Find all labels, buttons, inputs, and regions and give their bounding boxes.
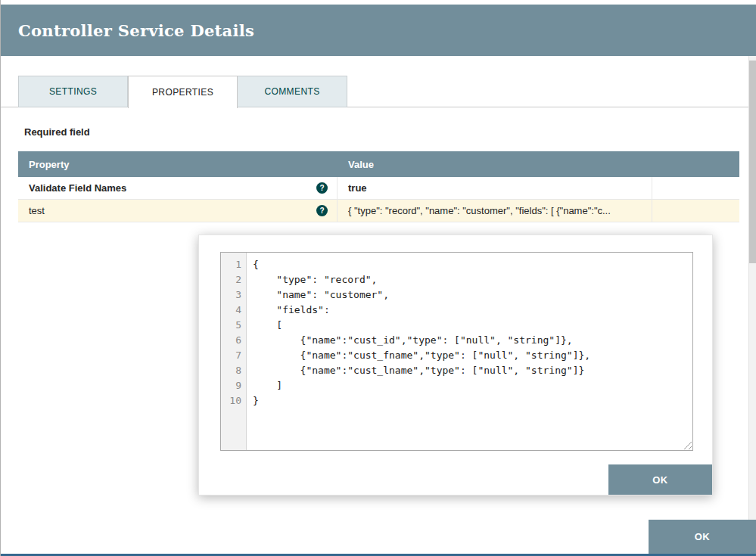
properties-table-body: Validate Field Names?truetest?{ "type": … [18,177,739,222]
dialog-title: Controller Service Details [18,21,254,40]
properties-table: Property Value Validate Field Names?true… [18,151,739,222]
tab-settings[interactable]: SETTINGS [18,76,128,107]
row-spacer [652,200,739,222]
code-line: {"name":"cust_lname","type": ["null", "s… [253,363,692,378]
scrollbar-thumb[interactable] [749,61,756,263]
tab-bar: SETTINGSPROPERTIESCOMMENTS [18,76,347,108]
code-line: {"name":"cust_id","type": ["null", "stri… [253,333,692,348]
line-number: 1 [221,257,246,272]
line-number: 9 [221,378,246,393]
column-header-property: Property [18,159,338,170]
line-number: 8 [221,363,246,378]
row-spacer [652,177,739,199]
table-header-row: Property Value [18,151,739,177]
editor-code[interactable]: { "type": "record", "name": "customer", … [247,253,692,450]
code-line: "name": "customer", [253,287,692,303]
value-editor-popup: 12345678910 { "type": "record", "name": … [198,235,713,495]
window-left-border [0,0,1,556]
vertical-scrollbar[interactable] [748,56,756,554]
tab-properties[interactable]: PROPERTIES [128,76,238,108]
required-field-label: Required field [24,126,90,138]
line-number: 10 [221,393,246,408]
dialog-ok-button[interactable]: OK [649,520,756,554]
property-row[interactable]: Validate Field Names?true [18,177,739,200]
code-line: "type": "record", [253,272,692,287]
code-line: [ [253,318,692,333]
help-icon[interactable]: ? [316,205,328,216]
column-header-value: Value [338,159,652,170]
line-number: 2 [221,272,246,287]
line-number: 4 [221,303,246,318]
line-number: 5 [221,318,246,333]
value-editor[interactable]: 12345678910 { "type": "record", "name": … [220,252,693,451]
tab-comments[interactable]: COMMENTS [238,76,347,107]
property-name-cell: test? [18,200,338,222]
property-name: Validate Field Names [29,182,126,194]
line-number: 6 [221,333,246,348]
dialog-header: Controller Service Details [0,5,756,56]
property-name-cell: Validate Field Names? [18,177,338,199]
help-icon[interactable]: ? [316,182,328,194]
property-row[interactable]: test?{ "type": "record", "name": "custom… [18,200,739,222]
code-line: } [253,393,692,408]
code-line: {"name":"cust_fname","type": ["null", "s… [253,348,692,363]
code-line: { [253,257,692,272]
property-value-cell[interactable]: true [338,177,652,199]
line-number: 3 [221,287,246,303]
editor-ok-button[interactable]: OK [608,464,712,495]
property-value-cell[interactable]: { "type": "record", "name": "customer", … [338,200,652,222]
code-line: ] [253,378,692,393]
line-number: 7 [221,348,246,363]
property-name: test [29,205,45,216]
code-line: "fields": [253,303,692,318]
editor-line-numbers: 12345678910 [221,253,247,450]
